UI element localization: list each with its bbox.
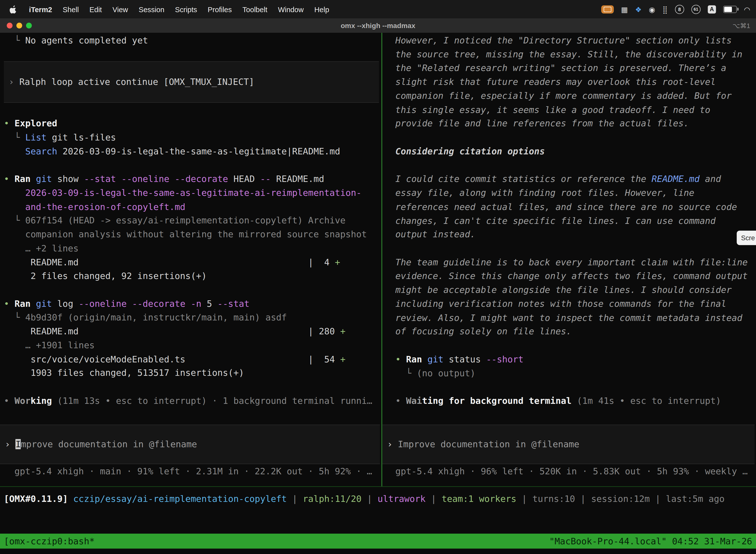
menu-item-window[interactable]: Window xyxy=(272,5,309,13)
prompt-input-right-text: › Improve documentation in @filename xyxy=(387,437,579,451)
menu-item-iterm2[interactable]: iTerm2 xyxy=(23,5,57,13)
terminal-line: › Improve documentation in @filename xyxy=(5,437,197,451)
terminal-line: 2 files changed, 92 insertions(+) xyxy=(4,269,381,283)
eight-ball-icon[interactable]: 8 xyxy=(675,4,684,14)
terminal-line xyxy=(4,283,381,297)
window-title-bar: omx --xhigh --madmax ⌥⌘1 xyxy=(0,18,756,33)
battery-percent-badge[interactable]: 61 xyxy=(691,4,700,14)
terminal-line: companion analysis without altering the … xyxy=(4,228,381,242)
terminal-line xyxy=(4,103,381,117)
menu-bar-menus: iTerm2 Shell Edit View Session Scripts P… xyxy=(7,5,334,13)
launcher-icon[interactable]: ❖ xyxy=(635,5,642,13)
terminal-line xyxy=(395,380,756,394)
screen-sharing-button[interactable]: Scre xyxy=(737,231,756,245)
omx-status-bar: [OMX#0.11.9] cczip/essay/ai-reimplementa… xyxy=(0,486,756,511)
terminal-line: Search 2026-03-09-is-legal-the-same-as-l… xyxy=(4,145,381,159)
input-source-icon[interactable]: A xyxy=(708,5,716,13)
terminal-line: └ (no output) xyxy=(395,367,756,381)
screen-recording-indicator[interactable] xyxy=(601,5,614,13)
app-circle-icon[interactable]: ◉ xyxy=(649,5,655,13)
terminal-line: this single essay, it seems like a good … xyxy=(395,103,756,117)
terminal-line: the source tree, missing the essay. Stil… xyxy=(395,48,756,62)
menu-item-scripts[interactable]: Scripts xyxy=(170,5,202,13)
terminal-line xyxy=(4,158,381,172)
terminal-line: • Waiting for background terminal (1m 41… xyxy=(395,394,756,408)
terminal-line: changes, I can't cite specific file line… xyxy=(395,214,756,228)
terminal-line xyxy=(4,380,381,394)
terminal-line: evidence. Since this change only affects… xyxy=(395,270,756,283)
menu-item-session[interactable]: Session xyxy=(133,5,170,13)
ralph-loop-line: › Ralph loop active continue [OMX_TMUX_I… xyxy=(9,75,254,89)
prompt-input-left[interactable]: › Improve documentation in @filename xyxy=(0,425,380,464)
dots-grid-icon[interactable]: ⣿ xyxy=(663,5,668,13)
terminal-line: essay file, along with finding root file… xyxy=(395,186,756,200)
terminal-line: review. Also, I might want to inspect th… xyxy=(395,311,756,325)
terminal-line: • Ran git status --short xyxy=(395,353,756,367)
pane-left-body-lines: • Explored └ List git ls-files Search 20… xyxy=(4,103,381,408)
terminal-line: the "Related research writing" section i… xyxy=(395,62,756,75)
terminal-line: companion file, especially if more comme… xyxy=(395,89,756,103)
menu-item-view[interactable]: View xyxy=(107,5,133,13)
model-status-right-text: gpt-5.4 xhigh · 96% left · 520K in · 5.8… xyxy=(395,465,756,479)
apple-menu-icon[interactable] xyxy=(7,5,19,13)
battery-icon[interactable] xyxy=(723,5,737,13)
keyboard-grid-icon[interactable]: ▦ xyxy=(621,5,628,13)
terminal-line: gpt-5.4 xhigh · 96% left · 520K in · 5.8… xyxy=(395,465,756,479)
terminal-line: output instead. xyxy=(395,228,756,242)
menu-item-profiles[interactable]: Profiles xyxy=(202,5,237,13)
terminal-line xyxy=(395,131,756,145)
terminal-line: might be acceptable alongside the file l… xyxy=(395,283,756,297)
terminal-line xyxy=(395,159,756,172)
tmux-status-bar: [omx-cczip0:bash* "MacBook-Pro-44.local"… xyxy=(0,534,756,549)
terminal-line: However, I noticed the "Directory Struct… xyxy=(395,34,756,48)
menu-item-edit[interactable]: Edit xyxy=(84,5,107,13)
tmux-host-time: "MacBook-Pro-44.local" 04:52 31-Mar-26 xyxy=(549,536,752,546)
terminal-pane-left[interactable]: └ No agents completed yet › Ralph loop a… xyxy=(0,33,381,486)
menu-item-shell[interactable]: Shell xyxy=(57,5,84,13)
terminal-line: provide file and line references from th… xyxy=(395,117,756,131)
ralph-loop-banner: › Ralph loop active continue [OMX_TMUX_I… xyxy=(4,62,379,103)
terminal-line: › Improve documentation in @filename xyxy=(387,437,579,451)
model-status-right: gpt-5.4 xhigh · 96% left · 520K in · 5.8… xyxy=(382,465,756,479)
terminal-line: › Ralph loop active continue [OMX_TMUX_I… xyxy=(9,75,254,89)
terminal-line: 1903 files changed, 513517 insertions(+) xyxy=(4,366,381,380)
terminal-line: Considering citation options xyxy=(395,145,756,159)
terminal-line: README.md | 280 + xyxy=(4,325,381,339)
window-shortcut: ⌥⌘1 xyxy=(733,21,750,29)
terminal-line: • Ran git log --oneline --decorate -n 5 … xyxy=(4,297,381,311)
terminal-line xyxy=(395,339,756,353)
terminal-line: • Ran git show --stat --oneline --decora… xyxy=(4,172,381,186)
terminal-line: … +1901 lines xyxy=(4,339,381,353)
terminal-line: gpt-5.4 xhigh · main · 91% left · 2.31M … xyxy=(14,465,381,479)
terminal-line: slight risk that future readers may over… xyxy=(395,75,756,89)
terminal-line: • Working (11m 13s • esc to interrupt) ·… xyxy=(4,394,381,408)
prompt-input-right[interactable]: › Improve documentation in @filename xyxy=(382,425,755,464)
wifi-icon[interactable]: ◠ xyxy=(744,5,750,13)
menu-item-help[interactable]: Help xyxy=(309,5,334,13)
terminal-line: of focusing solely on file lines. xyxy=(395,325,756,339)
window-title: omx --xhigh --madmax xyxy=(0,21,756,29)
terminal-line: and-the-erosion-of-copyleft.md xyxy=(4,200,381,214)
menu-item-toolbelt[interactable]: Toolbelt xyxy=(237,5,272,13)
terminal-line: └ List git ls-files xyxy=(4,131,381,145)
model-status-left: gpt-5.4 xhigh · main · 91% left · 2.31M … xyxy=(0,465,381,479)
terminal-pane-right[interactable]: However, I noticed the "Directory Struct… xyxy=(382,33,756,486)
pane-right-body-lines: However, I noticed the "Directory Struct… xyxy=(395,34,756,408)
terminal-line: src/voice/voiceModeEnabled.ts | 54 + xyxy=(4,352,381,366)
screen: iTerm2 Shell Edit View Session Scripts P… xyxy=(0,0,756,554)
terminal-line: [OMX#0.11.9] cczip/essay/ai-reimplementa… xyxy=(4,492,725,506)
screen-recording-glyph xyxy=(604,6,611,12)
tmux-session-label: [omx-cczip0:bash* xyxy=(4,536,95,546)
terminal-line: references need actual files, and since … xyxy=(395,200,756,214)
terminal-line: 2026-03-09-is-legal-the-same-as-legitima… xyxy=(4,186,381,200)
terminal-line: … +2 lines xyxy=(4,242,381,256)
menu-bar: iTerm2 Shell Edit View Session Scripts P… xyxy=(0,0,756,18)
terminal-line xyxy=(4,48,381,62)
battery-nub xyxy=(737,7,739,10)
terminal-line: • Explored xyxy=(4,117,381,131)
terminal-line: README.md | 4 + xyxy=(4,256,381,269)
model-status-left-text: gpt-5.4 xhigh · main · 91% left · 2.31M … xyxy=(14,465,381,479)
battery-fill xyxy=(724,6,732,12)
terminal-line: └ 4b9d30f (origin/main, instructkr/main,… xyxy=(4,311,381,325)
omx-status-line: [OMX#0.11.9] cczip/essay/ai-reimplementa… xyxy=(4,492,725,506)
